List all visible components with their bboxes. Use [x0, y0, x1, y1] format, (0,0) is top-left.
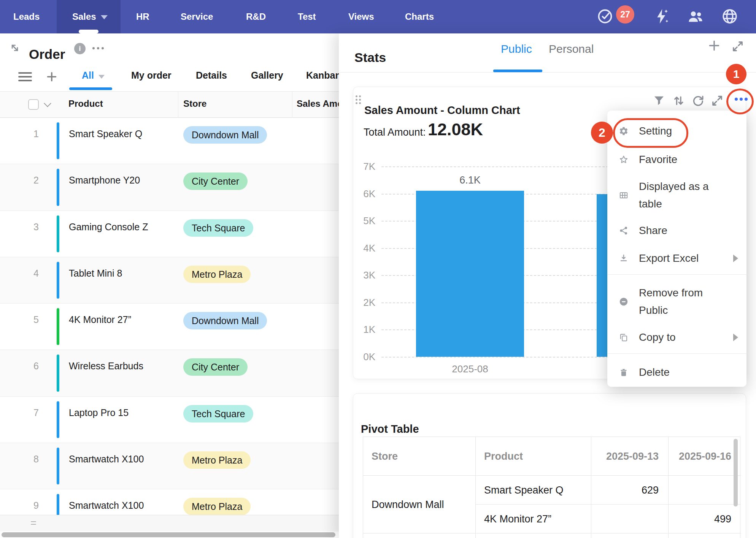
refresh-icon[interactable] [691, 94, 705, 108]
store-tag[interactable]: Metro Plaza [183, 451, 251, 469]
table-row[interactable]: 4 Tablet Mini 8 Metro Plaza [0, 257, 339, 304]
table-row[interactable]: 6 Wireless Earbuds City Center [0, 350, 339, 396]
pivot-cell-value[interactable]: 499 [669, 505, 741, 533]
product-cell[interactable]: Wireless Earbuds [69, 361, 143, 372]
store-tag[interactable]: Downdown Mall [183, 312, 267, 329]
column-header-product[interactable]: Product [68, 98, 103, 109]
drag-handle-icon[interactable] [356, 95, 361, 104]
add-chart-icon[interactable] [707, 38, 722, 53]
menu-item-copy-to[interactable]: Copy to [607, 327, 746, 348]
table-row[interactable]: 5 4K Monitor 27” Downdown Mall [0, 304, 339, 350]
chevron-down-icon [101, 15, 108, 19]
nav-tab-rd[interactable]: R&D [246, 0, 266, 33]
select-all-checkbox[interactable] [28, 99, 39, 110]
table-row[interactable]: 3 Gaming Console Z Tech Square [0, 211, 339, 257]
tab-public[interactable]: Public [501, 43, 532, 55]
view-tab-all[interactable]: All [82, 70, 105, 81]
product-cell[interactable]: Smartwatch X100 [69, 500, 144, 511]
product-cell[interactable]: Laptop Pro 15 [69, 407, 129, 418]
views-list-icon[interactable] [18, 72, 32, 84]
info-icon[interactable]: i [74, 43, 86, 54]
expand-chart-icon[interactable] [710, 94, 724, 108]
product-cell[interactable]: Smartphone Y20 [69, 175, 140, 186]
expand-panel-icon[interactable] [731, 40, 745, 53]
store-tag[interactable]: Metro Plaza [183, 498, 251, 515]
pivot-vertical-scrollbar[interactable] [734, 439, 738, 506]
collapse-diagonal-icon[interactable] [9, 42, 21, 54]
pivot-cell-value[interactable] [591, 505, 669, 533]
row-color-bar [57, 169, 59, 206]
product-cell[interactable]: Tablet Mini 8 [69, 268, 122, 279]
notification-badge[interactable]: 27 [616, 5, 634, 24]
menu-item-export-excel[interactable]: Export Excel [607, 248, 746, 269]
view-tab-my-order[interactable]: My order [131, 70, 172, 81]
table-row[interactable]: 2 Smartphone Y20 City Center [0, 164, 339, 210]
column-header-store[interactable]: Store [183, 98, 206, 109]
pivot-cell-value[interactable]: 629 [591, 476, 669, 505]
table-row[interactable]: 9 Smartwatch X100 Metro Plaza [0, 489, 339, 515]
trash-icon [619, 367, 629, 377]
menu-item-share[interactable]: Share [607, 220, 746, 241]
annotation-step-1-badge: 1 [726, 64, 746, 84]
view-tab-kanban[interactable]: Kanban [306, 70, 339, 81]
nav-tab-test[interactable]: Test [298, 0, 316, 33]
table-row[interactable]: 1 Smart Speaker Q Downdown Mall [0, 118, 339, 164]
pivot-cell-product[interactable]: Smart Speaker Q [476, 476, 591, 505]
y-axis-tick: 0K [349, 351, 375, 363]
submenu-caret-icon [733, 334, 738, 341]
column-header-sales-amount[interactable]: Sales Amount [297, 98, 339, 109]
table-row[interactable]: 8 Smartwatch X100 Metro Plaza [0, 443, 339, 489]
nav-tab-hr[interactable]: HR [136, 0, 149, 33]
pivot-cell [669, 533, 741, 538]
pivot-cell-store[interactable]: Downdown Mall [363, 476, 476, 533]
ai-bolt-icon[interactable] [653, 8, 670, 25]
menu-item-remove-from-public[interactable]: Remove from Public [607, 284, 746, 319]
product-cell[interactable]: Smartwatch X100 [69, 454, 144, 465]
nav-tab-sales-label: Sales [72, 11, 96, 22]
minus-circle-icon [619, 297, 629, 307]
chart-title: Sales Amount - Column Chart [364, 104, 520, 117]
collaborators-icon[interactable] [687, 8, 704, 25]
nav-tab-sales[interactable]: Sales [72, 0, 108, 33]
menu-item-label: Export Excel [639, 250, 699, 267]
sort-icon[interactable] [672, 94, 685, 108]
add-view-icon[interactable] [45, 70, 59, 84]
pivot-cell-store [363, 533, 476, 538]
language-globe-icon[interactable] [721, 8, 739, 25]
store-tag[interactable]: City Center [183, 358, 248, 376]
product-cell[interactable]: Gaming Console Z [69, 222, 148, 233]
table-row[interactable]: 7 Laptop Pro 15 Tech Square [0, 397, 339, 443]
chart-bar[interactable] [416, 191, 524, 357]
store-tag[interactable]: City Center [183, 172, 248, 190]
nav-tab-leads[interactable]: Leads [13, 0, 40, 33]
horizontal-scrollbar[interactable] [2, 532, 335, 537]
pivot-table-title: Pivot Table [361, 423, 419, 435]
store-tag[interactable]: Downdown Mall [183, 126, 267, 144]
menu-item-displayed-as-table[interactable]: Displayed as a table [607, 178, 746, 213]
nav-tab-charts[interactable]: Charts [405, 0, 434, 33]
nav-tab-views[interactable]: Views [348, 0, 374, 33]
view-tab-gallery[interactable]: Gallery [251, 70, 283, 81]
store-tag[interactable]: Tech Square [183, 219, 253, 237]
chevron-down-icon[interactable] [44, 100, 51, 107]
view-tab-details[interactable]: Details [196, 70, 227, 81]
menu-item-label: Displayed as a table [639, 178, 719, 213]
product-cell[interactable]: Smart Speaker Q [69, 128, 142, 139]
pivot-cell-product[interactable]: 4K Monitor 27” [476, 505, 591, 533]
pivot-cell [591, 533, 669, 538]
tab-personal[interactable]: Personal [549, 43, 594, 55]
product-cell[interactable]: 4K Monitor 27” [69, 314, 131, 325]
more-options-icon[interactable] [92, 47, 104, 49]
table-header-row: Product Store Sales Amount [0, 91, 339, 118]
menu-item-favorite[interactable]: Favorite [607, 149, 746, 170]
tasks-check-icon[interactable] [596, 8, 614, 25]
y-axis-tick: 4K [349, 242, 375, 254]
pivot-cell-value[interactable] [669, 476, 741, 505]
menu-item-delete[interactable]: Delete [607, 362, 746, 383]
store-tag[interactable]: Tech Square [183, 405, 253, 422]
row-number: 5 [8, 314, 65, 325]
store-tag[interactable]: Metro Plaza [183, 266, 251, 283]
header-divider [339, 72, 756, 73]
filter-icon[interactable] [652, 94, 666, 108]
nav-tab-service[interactable]: Service [181, 0, 213, 33]
